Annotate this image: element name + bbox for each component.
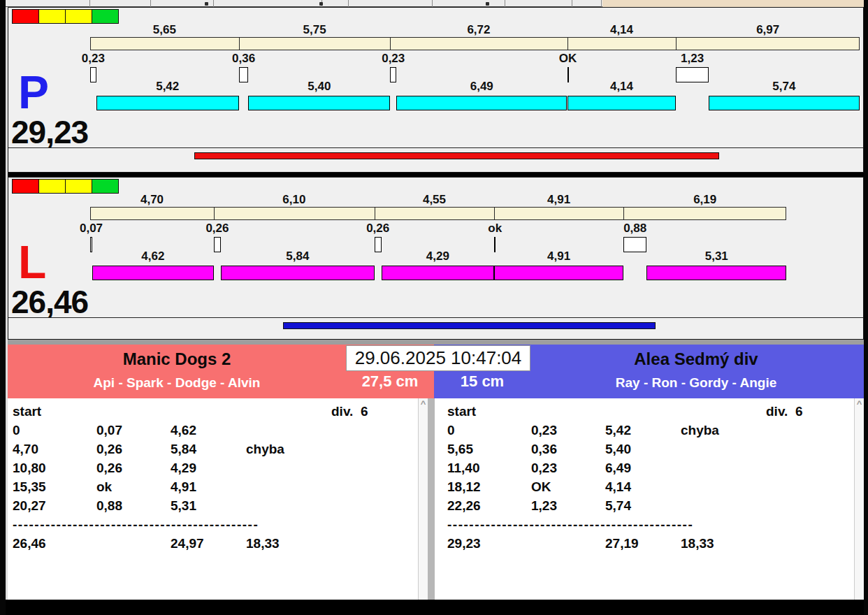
lane-panel-p: P 29,23 5,655,756,724,146,970,230,360,23… [8, 7, 864, 173]
result-cell: 4,70 [13, 440, 96, 458]
result-row: 20,270,885,31 [13, 496, 418, 515]
scroll-up-icon[interactable]: ^ [419, 398, 428, 410]
result-cell: 4,29 [171, 458, 246, 477]
result-table-body: startdiv. 600,235,42chyba5,650,365,4011,… [435, 398, 854, 600]
result-cell: 0 [447, 421, 531, 440]
indicator-light [12, 179, 39, 194]
scroll-up-icon[interactable]: ^ [855, 398, 864, 410]
bottom-black-bar [0, 600, 868, 615]
toolbar-button-glyph [319, 2, 323, 6]
fault-time-box [623, 237, 646, 252]
result-cell: ok [96, 477, 171, 496]
result-row: 10,800,264,29 [13, 458, 418, 477]
split-time-bar [239, 37, 391, 50]
team-name: Manic Dogs 2 [8, 349, 346, 369]
totals-separator: ----------------------------------------… [447, 515, 778, 534]
dog-run-label: 4,29 [404, 249, 471, 263]
result-header-row: startdiv. 6 [447, 402, 854, 421]
race-progress-bar [194, 152, 719, 159]
result-cell [246, 458, 324, 477]
result-cell: 1,23 [531, 496, 605, 515]
fault-label: 1,23 [659, 52, 726, 66]
fault-time-box [390, 67, 396, 82]
fault-ok-tick [567, 67, 569, 82]
result-cell: 0,36 [531, 440, 605, 458]
dog-run-label: 4,62 [120, 249, 187, 263]
team-headers: Manic Dogs 2 Api - Spark - Dodge - Alvin… [8, 345, 864, 398]
result-cell: 22,26 [447, 496, 531, 515]
panel-divider [8, 317, 863, 318]
result-table-right: startdiv. 600,235,42chyba5,650,365,4011,… [435, 398, 864, 600]
result-row: 5,650,365,40 [447, 440, 854, 458]
result-row: 22,261,235,74 [447, 496, 854, 515]
result-cell [759, 534, 854, 553]
result-cell [324, 534, 418, 553]
result-cell: 18,12 [447, 477, 531, 496]
indicator-light [38, 179, 66, 194]
fault-label: OK [535, 52, 602, 66]
race-progress-bar [283, 322, 656, 329]
result-cell [681, 402, 759, 421]
fault-label: 0,07 [58, 222, 125, 236]
split-time-label: 4,91 [526, 193, 593, 207]
table-scrollbar[interactable]: ^ [854, 398, 864, 600]
toolbar-button-glyph [205, 2, 208, 6]
result-cell: div. 6 [759, 402, 854, 421]
toolbar-button-divider [89, 0, 90, 7]
toolbar-button-divider [601, 0, 602, 7]
lane-panel-l: L 26,46 4,706,104,554,916,190,070,260,26… [8, 177, 864, 340]
start-light-indicators [13, 179, 119, 194]
table-scrollbar[interactable]: ^ [418, 398, 428, 600]
toolbar-button-divider [348, 0, 349, 7]
dog-run-bar [494, 266, 623, 280]
result-cell: start [13, 402, 96, 421]
result-cell: 5,40 [605, 440, 681, 458]
result-row: 4,700,265,84chyba [13, 440, 418, 458]
result-cell: 0,23 [531, 421, 605, 440]
split-time-label: 6,72 [445, 23, 512, 37]
toolbar-button-divider [505, 0, 505, 7]
result-row: 11,400,236,49 [447, 458, 854, 477]
toolbar-tan-area [602, 0, 864, 7]
fault-time-box [90, 67, 96, 82]
result-cell: chyba [246, 440, 324, 458]
window-frame-line [6, 7, 8, 600]
result-cell: 0,26 [96, 458, 171, 477]
dog-run-bar [248, 96, 390, 110]
team-members: Ray - Ron - Gordy - Angie [532, 375, 860, 391]
split-time-label: 4,14 [588, 23, 655, 37]
result-row: 00,235,42chyba [447, 421, 854, 440]
toolbar-button-divider [572, 0, 572, 7]
lane-letter: P [18, 71, 49, 114]
result-cell: 10,80 [13, 458, 96, 477]
result-cell: div. 6 [324, 402, 418, 421]
result-cell: 18,33 [681, 534, 759, 553]
result-cell: 4,62 [171, 421, 246, 440]
dog-run-bar [92, 266, 214, 280]
result-cell: 24,97 [171, 534, 246, 553]
team-name: Alea Sedmý div [532, 349, 860, 369]
result-table-body: startdiv. 600,074,624,700,265,84chyba10,… [8, 398, 418, 600]
toolbar-button-divider [432, 0, 433, 7]
fault-label: 0,88 [602, 222, 669, 236]
dog-run-bar [709, 96, 860, 110]
result-cell: chyba [681, 421, 759, 440]
result-cell [324, 496, 418, 515]
table-divider [428, 398, 435, 600]
indicator-light [92, 179, 119, 194]
start-light-indicators [13, 9, 119, 24]
dog-run-label: 5,74 [751, 80, 818, 94]
result-cell: 5,65 [447, 440, 531, 458]
result-cell: 20,27 [13, 496, 96, 515]
result-tables: startdiv. 600,074,624,700,265,84chyba10,… [8, 398, 864, 600]
lane-p-split-chart: P 29,23 5,655,756,724,146,970,230,360,23… [8, 8, 863, 172]
result-cell: 0,07 [96, 421, 171, 440]
fault-label: 0,26 [345, 222, 412, 236]
fault-time-box [90, 237, 92, 252]
dog-run-label: 5,31 [683, 249, 750, 263]
lane-total-time: 26,46 [11, 286, 88, 318]
result-cell [759, 477, 854, 496]
fault-label: 0,23 [360, 52, 427, 66]
result-cell [171, 402, 246, 421]
result-cell [246, 496, 324, 515]
